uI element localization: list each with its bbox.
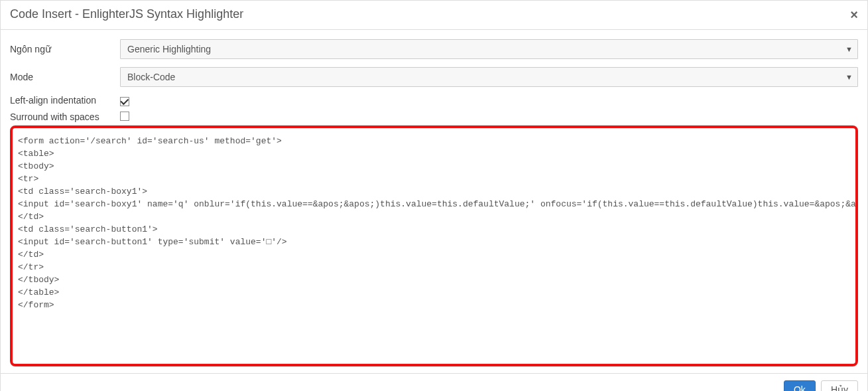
code-insert-dialog: Code Insert - EnlighterJS Syntax Highlig…	[0, 0, 868, 391]
mode-label: Mode	[10, 72, 120, 82]
row-leftalign: Left-align indentation	[10, 95, 858, 106]
ok-button[interactable]: Ok	[784, 380, 816, 392]
dialog-title: Code Insert - EnlighterJS Syntax Highlig…	[10, 7, 243, 21]
language-select[interactable]: Generic Highlighting ▼	[120, 39, 858, 59]
code-area-highlight	[10, 125, 858, 366]
row-surround: Surround with spaces	[10, 112, 858, 123]
language-label: Ngôn ngữ	[10, 44, 120, 54]
surround-label: Surround with spaces	[10, 112, 120, 122]
surround-checkbox[interactable]	[120, 112, 129, 121]
dialog-body: Ngôn ngữ Generic Highlighting ▼ Mode Blo…	[1, 30, 867, 373]
row-mode: Mode Block-Code ▼	[10, 67, 858, 87]
cancel-button[interactable]: Hủy	[821, 380, 858, 392]
dialog-footer: Ok Hủy	[1, 373, 867, 392]
dialog-header: Code Insert - EnlighterJS Syntax Highlig…	[1, 1, 867, 30]
leftalign-label: Left-align indentation	[10, 95, 120, 106]
leftalign-checkbox[interactable]	[120, 97, 129, 106]
mode-select[interactable]: Block-Code ▼	[120, 67, 858, 87]
language-select-value: Generic Highlighting	[127, 44, 211, 54]
mode-select-value: Block-Code	[127, 72, 175, 82]
code-textarea[interactable]	[13, 132, 855, 358]
close-icon[interactable]: ×	[850, 8, 858, 21]
row-language: Ngôn ngữ Generic Highlighting ▼	[10, 39, 858, 59]
